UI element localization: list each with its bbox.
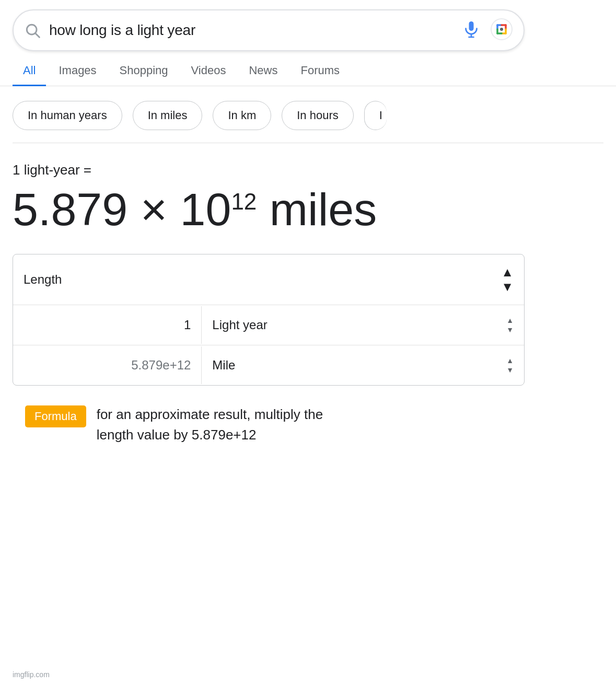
converter-input-row: 1 Light year ▲ ▼ [13, 305, 524, 345]
search-bar: how long is a light year [13, 9, 525, 51]
spinner-up: ▲ [501, 266, 514, 278]
tab-shopping[interactable]: Shopping [109, 56, 179, 86]
result-area: 1 light-year = 5.879 × 1012 miles Length… [0, 143, 616, 466]
converter-type-label: Length [24, 272, 62, 287]
chip-hours[interactable]: In hours [282, 101, 354, 130]
converter-type-row: Length ▲ ▼ [13, 254, 524, 305]
filter-chips: In human years In miles In km In hours I [0, 86, 616, 143]
converter-output-value: 5.879e+12 [13, 346, 202, 384]
nav-tabs: All Images Shopping Videos News Forums [0, 56, 616, 86]
search-query[interactable]: how long is a light year [49, 22, 462, 39]
result-value-base: 5.879 × 1012 miles [13, 184, 377, 235]
chip-miles[interactable]: In miles [133, 101, 203, 130]
type-spinner[interactable]: ▲ ▼ [501, 266, 514, 293]
output-unit-spinner[interactable]: ▲ ▼ [506, 357, 514, 374]
svg-line-1 [36, 33, 39, 37]
output-unit-text: Mile [212, 358, 235, 373]
search-bar-wrapper: how long is a light year [0, 0, 616, 51]
converter-type-full[interactable]: Length ▲ ▼ [13, 254, 524, 305]
formula-area: Formula for an approximate result, multi… [13, 386, 525, 466]
tab-news[interactable]: News [238, 56, 288, 86]
svg-rect-2 [469, 21, 474, 31]
svg-point-6 [500, 28, 503, 31]
input-unit-text: Light year [212, 318, 267, 332]
output-spinner-up: ▲ [506, 357, 514, 364]
converter: Length ▲ ▼ 1 Light year ▲ ▼ [13, 254, 525, 386]
input-spinner-down: ▼ [506, 326, 514, 333]
result-exponent: 12 [231, 189, 257, 214]
chip-human-years[interactable]: In human years [13, 101, 122, 130]
formula-text: for an approximate result, multiply thel… [97, 404, 323, 445]
microphone-icon[interactable] [462, 20, 481, 41]
converter-input-unit[interactable]: Light year ▲ ▼ [202, 305, 524, 345]
tab-forums[interactable]: Forums [290, 56, 350, 86]
big-result: 5.879 × 1012 miles [13, 184, 603, 235]
input-spinner-up: ▲ [506, 317, 514, 324]
watermark: imgflip.com [0, 670, 62, 685]
converter-input-value[interactable]: 1 [13, 306, 202, 344]
equation-label: 1 light-year = [13, 162, 603, 178]
input-value-text: 1 [184, 318, 191, 332]
formula-badge: Formula [25, 405, 86, 427]
converter-output-row: 5.879e+12 Mile ▲ ▼ [13, 345, 524, 385]
tab-all[interactable]: All [13, 56, 46, 86]
input-unit-spinner[interactable]: ▲ ▼ [506, 317, 514, 333]
chip-more[interactable]: I [364, 101, 387, 130]
output-spinner-down: ▼ [506, 366, 514, 374]
search-icons-right [462, 18, 513, 43]
camera-icon[interactable] [490, 18, 513, 43]
tab-videos[interactable]: Videos [181, 56, 237, 86]
spinner-down: ▼ [501, 281, 514, 293]
chip-km[interactable]: In km [213, 101, 271, 130]
search-icon [24, 22, 41, 39]
output-value-text: 5.879e+12 [131, 358, 191, 372]
converter-output-unit[interactable]: Mile ▲ ▼ [202, 345, 524, 385]
tab-images[interactable]: Images [48, 56, 107, 86]
